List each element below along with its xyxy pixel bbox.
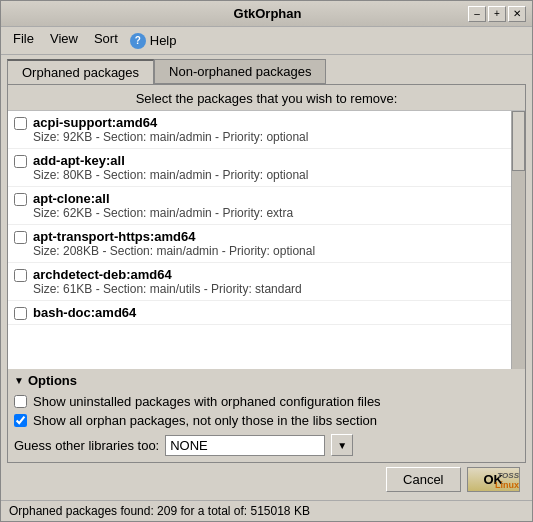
- package-item: add-apt-key:allSize: 80KB - Section: mai…: [8, 149, 525, 187]
- tab-orphaned[interactable]: Orphaned packages: [7, 59, 154, 84]
- guess-label: Guess other libraries too:: [14, 438, 159, 453]
- package-item: acpi-support:amd64Size: 92KB - Section: …: [8, 111, 525, 149]
- package-name: acpi-support:amd64: [33, 115, 308, 130]
- package-details: Size: 92KB - Section: main/admin - Prior…: [33, 130, 308, 144]
- titlebar: GtkOrphan – + ✕: [1, 1, 532, 27]
- package-details: Size: 80KB - Section: main/admin - Prior…: [33, 168, 308, 182]
- option1-label: Show uninstalled packages with orphaned …: [33, 394, 381, 409]
- maximize-button[interactable]: +: [488, 6, 506, 22]
- menu-view[interactable]: View: [42, 29, 86, 52]
- main-panel: Select the packages that you wish to rem…: [7, 84, 526, 463]
- statusbar: Orphaned packages found: 209 for a total…: [1, 500, 532, 521]
- toss-linux-badge: TOSS Linux: [495, 471, 519, 491]
- package-checkbox[interactable]: [14, 231, 27, 244]
- content-area: Orphaned packages Non-orphaned packages …: [1, 55, 532, 500]
- package-name: apt-transport-https:amd64: [33, 229, 315, 244]
- menu-file[interactable]: File: [5, 29, 42, 52]
- package-name: bash-doc:amd64: [33, 305, 136, 320]
- cancel-button[interactable]: Cancel: [386, 467, 460, 492]
- guess-dropdown-button[interactable]: ▼: [331, 434, 353, 456]
- options-triangle: ▼: [14, 375, 24, 386]
- package-name: archdetect-deb:amd64: [33, 267, 302, 282]
- package-checkbox[interactable]: [14, 193, 27, 206]
- package-item: apt-clone:allSize: 62KB - Section: main/…: [8, 187, 525, 225]
- package-name: add-apt-key:all: [33, 153, 308, 168]
- package-checkbox[interactable]: [14, 155, 27, 168]
- options-header[interactable]: ▼ Options: [14, 373, 519, 388]
- menu-help[interactable]: Help: [148, 31, 185, 50]
- scrollbar-thumb[interactable]: [512, 111, 525, 171]
- package-checkbox[interactable]: [14, 307, 27, 320]
- instruction-label: Select the packages that you wish to rem…: [8, 85, 525, 111]
- guess-input[interactable]: [165, 435, 325, 456]
- main-window: GtkOrphan – + ✕ File View Sort ? Help Or…: [0, 0, 533, 522]
- help-icon-wrap: ? Help: [126, 29, 189, 52]
- scrollbar[interactable]: [511, 111, 525, 369]
- option2-row: Show all orphan packages, not only those…: [14, 411, 519, 430]
- tabs: Orphaned packages Non-orphaned packages: [7, 59, 526, 84]
- button-row: Cancel OK TOSS Linux: [7, 463, 526, 496]
- help-icon[interactable]: ?: [130, 33, 146, 49]
- package-list[interactable]: acpi-support:amd64Size: 92KB - Section: …: [8, 111, 525, 369]
- package-item: archdetect-deb:amd64Size: 61KB - Section…: [8, 263, 525, 301]
- package-name: apt-clone:all: [33, 191, 293, 206]
- package-details: Size: 61KB - Section: main/utils - Prior…: [33, 282, 302, 296]
- minimize-button[interactable]: –: [468, 6, 486, 22]
- statusbar-text: Orphaned packages found: 209 for a total…: [9, 504, 310, 518]
- package-checkbox[interactable]: [14, 117, 27, 130]
- options-section: ▼ Options Show uninstalled packages with…: [8, 369, 525, 462]
- ok-btn-wrap: OK TOSS Linux: [467, 467, 521, 492]
- window-controls: – + ✕: [468, 6, 526, 22]
- package-checkbox[interactable]: [14, 269, 27, 282]
- option1-checkbox[interactable]: [14, 395, 27, 408]
- window-title: GtkOrphan: [67, 6, 468, 21]
- option2-checkbox[interactable]: [14, 414, 27, 427]
- close-button[interactable]: ✕: [508, 6, 526, 22]
- tab-non-orphaned[interactable]: Non-orphaned packages: [154, 59, 326, 84]
- menubar: File View Sort ? Help: [1, 27, 532, 55]
- package-item: apt-transport-https:amd64Size: 208KB - S…: [8, 225, 525, 263]
- option1-row: Show uninstalled packages with orphaned …: [14, 392, 519, 411]
- package-details: Size: 62KB - Section: main/admin - Prior…: [33, 206, 293, 220]
- guess-row: Guess other libraries too: ▼: [14, 430, 519, 458]
- menu-sort[interactable]: Sort: [86, 29, 126, 52]
- option2-label: Show all orphan packages, not only those…: [33, 413, 377, 428]
- package-item: bash-doc:amd64: [8, 301, 525, 325]
- options-title: Options: [28, 373, 77, 388]
- ok-button[interactable]: OK TOSS Linux: [467, 467, 521, 492]
- package-details: Size: 208KB - Section: main/admin - Prio…: [33, 244, 315, 258]
